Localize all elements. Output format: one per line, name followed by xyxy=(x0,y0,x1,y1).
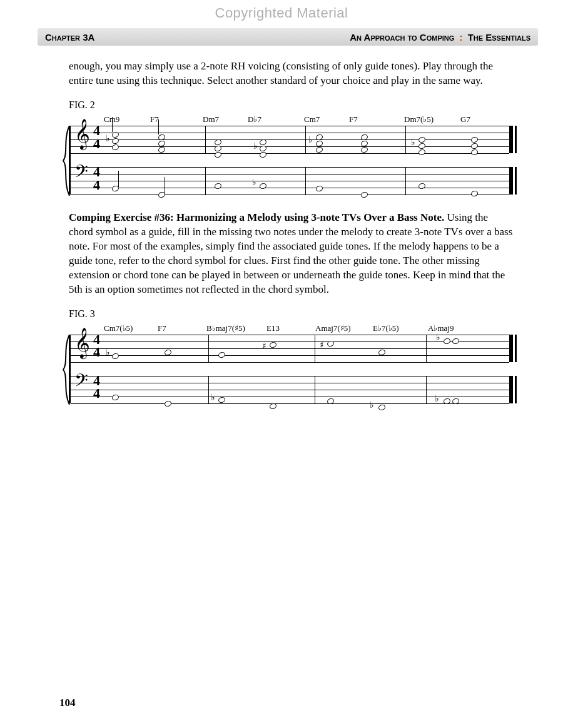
treble-clef-icon: 𝄞 xyxy=(74,330,90,356)
time-signature: 4 4 xyxy=(93,124,100,151)
title-suffix: The Essentials xyxy=(468,32,530,43)
title-prefix: An Approach to Comping xyxy=(350,32,454,43)
chord: Cm9 xyxy=(104,114,150,124)
brace-icon xyxy=(62,335,71,403)
exercise-paragraph: Comping Exercise #36: Harmonizing a Melo… xyxy=(69,211,513,297)
time-signature: 4 4 xyxy=(93,166,100,192)
fig3-chords: Cm7(♭5) F7 B♭maj7(♯5) E13 Amaj7(♯5) E♭7(… xyxy=(69,323,513,333)
flat-icon: ♭ xyxy=(211,393,215,402)
bass-staff: 𝄢 4 4 ♭ xyxy=(71,167,513,195)
bass-clef-icon: 𝄢 xyxy=(74,163,88,185)
chord: D♭7 xyxy=(248,114,304,124)
barline xyxy=(315,376,315,403)
fig2-system: 𝄞 4 4 ♭ ♭ ♭ xyxy=(69,126,513,195)
page-content: enough, you may simply use a 2-note RH v… xyxy=(69,59,513,420)
time-signature: 4 4 xyxy=(93,333,100,360)
fig3-system: 𝄞 4 4 ♭ ♯ ♯ ♭ 𝄢 xyxy=(69,335,513,403)
brace-icon xyxy=(62,126,71,195)
title-separator: : xyxy=(459,32,462,43)
flat-icon: ♭ xyxy=(252,178,256,187)
chord: F7 xyxy=(158,323,206,333)
sharp-icon: ♯ xyxy=(320,340,324,350)
flat-icon: ♭ xyxy=(370,401,374,410)
barline xyxy=(205,167,206,195)
barline xyxy=(305,167,306,195)
barline xyxy=(426,376,427,403)
barline xyxy=(315,335,315,362)
flat-icon: ♭ xyxy=(436,333,440,342)
flat-icon: ♭ xyxy=(435,395,439,403)
intro-paragraph: enough, you may simply use a 2-note RH v… xyxy=(69,59,513,88)
sharp-icon: ♯ xyxy=(262,341,266,351)
chord: E♭7(♭5) xyxy=(373,323,428,333)
chord: Cm7 xyxy=(304,114,349,124)
flat-icon: ♭ xyxy=(253,142,258,151)
chapter-header: Chapter 3A An Approach to Comping : The … xyxy=(38,28,538,46)
exercise-body: Using the chord symbol as a guide, fill … xyxy=(69,211,512,295)
exercise-title: Comping Exercise #36: Harmonizing a Melo… xyxy=(69,211,444,223)
stem xyxy=(112,117,113,132)
chord: G7 xyxy=(460,114,498,124)
stem xyxy=(158,119,159,134)
chord: Dm7(♭5) xyxy=(404,114,460,124)
flat-icon: ♭ xyxy=(411,138,415,147)
chord: A♭maj9 xyxy=(428,323,478,333)
stem xyxy=(118,171,119,187)
barline xyxy=(405,167,406,195)
fig2-chords: Cm9 F7 Dm7 D♭7 Cm7 F7 Dm7(♭5) G7 xyxy=(69,114,513,124)
watermark: Copyrighted Material xyxy=(0,5,563,21)
fig2-label: FIG. 2 xyxy=(69,99,513,111)
barline xyxy=(426,335,427,362)
treble-clef-icon: 𝄞 xyxy=(74,121,90,147)
chord: Cm7(♭5) xyxy=(104,323,158,333)
flat-icon: ♭ xyxy=(308,136,313,144)
chord: F7 xyxy=(349,114,404,124)
chapter-label: Chapter 3A xyxy=(45,32,94,43)
barline xyxy=(405,126,406,153)
barline xyxy=(208,376,209,403)
treble-staff: 𝄞 4 4 ♭ ♯ ♯ ♭ xyxy=(71,335,513,362)
barline xyxy=(205,126,206,153)
flat-icon: ♭ xyxy=(106,134,110,143)
barline xyxy=(208,335,209,362)
fig3-label: FIG. 3 xyxy=(69,308,513,320)
notehead xyxy=(378,403,386,411)
time-signature: 4 4 xyxy=(93,375,100,401)
chord: B♭maj7(♯5) xyxy=(206,323,266,333)
chord: Amaj7(♯5) xyxy=(315,323,373,333)
barline xyxy=(305,126,306,153)
chord: Dm7 xyxy=(203,114,248,124)
stem xyxy=(165,177,165,193)
treble-staff: 𝄞 4 4 ♭ ♭ ♭ xyxy=(71,126,513,153)
bass-staff: 𝄢 4 4 ♭ ♭ ♭ xyxy=(71,376,513,403)
chord: E13 xyxy=(266,323,315,333)
flat-icon: ♭ xyxy=(106,348,110,357)
chapter-title: An Approach to Comping : The Essentials xyxy=(350,32,530,43)
page-number: 104 xyxy=(59,697,76,709)
bass-clef-icon: 𝄢 xyxy=(74,372,88,393)
